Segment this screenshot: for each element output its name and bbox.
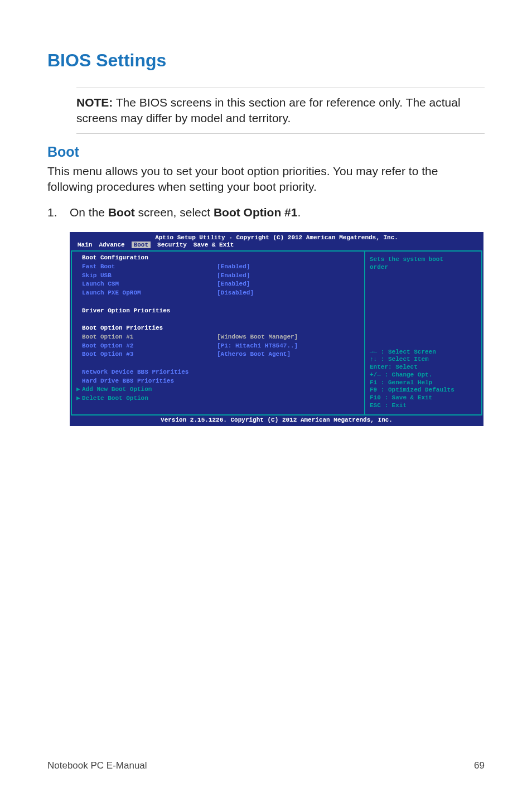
label-delete-boot-option: Delete Boot Option xyxy=(82,395,148,403)
bios-right-pane: Sets the system boot order →← : Select S… xyxy=(365,252,482,414)
tab-save-exit[interactable]: Save & Exit xyxy=(194,241,234,248)
tab-security[interactable]: Security xyxy=(157,241,187,248)
label-skip-usb: Skip USB xyxy=(72,272,217,280)
footer-left: Notebook PC E-Manual xyxy=(47,760,147,771)
label-harddrive-bbs: Hard Drive BBS Priorities xyxy=(72,378,174,385)
row-launch-pxe[interactable]: Launch PXE OpROM [Disabled] xyxy=(72,289,364,298)
value-launch-csm: [Enabled] xyxy=(217,281,364,288)
key-optimized-defaults: F9 : Optimized Defaults xyxy=(370,386,477,394)
intro-text: This menu allows you to set your boot op… xyxy=(47,163,485,195)
key-save-exit: F10 : Save & Exit xyxy=(370,394,477,402)
value-fast-boot: [Enabled] xyxy=(217,263,364,271)
page-title: BIOS Settings xyxy=(47,50,485,71)
page-footer: Notebook PC E-Manual 69 xyxy=(47,760,485,771)
help-line-1: Sets the system boot xyxy=(370,256,477,264)
note-label: NOTE: xyxy=(76,96,113,109)
tab-main[interactable]: Main xyxy=(78,241,92,248)
row-boot-option-3[interactable]: Boot Option #3 [Atheros Boot Agent] xyxy=(72,350,364,359)
key-select-screen: →← : Select Screen xyxy=(370,349,477,356)
row-network-bbs[interactable]: Network Device BBS Priorities xyxy=(72,368,364,377)
value-boot-option-3: [Atheros Boot Agent] xyxy=(217,351,364,359)
label-boot-option-2: Boot Option #2 xyxy=(72,342,217,350)
step-1: 1. On the Boot screen, select Boot Optio… xyxy=(47,205,485,220)
heading-driver-priorities: Driver Option Priorities xyxy=(72,307,217,315)
bios-footer-bar: Version 2.15.1226. Copyright (C) 2012 Am… xyxy=(71,416,482,426)
tab-boot[interactable]: Boot xyxy=(132,241,151,248)
row-launch-csm[interactable]: Launch CSM [Enabled] xyxy=(72,280,364,289)
heading-boot-config: Boot Configuration xyxy=(72,254,217,262)
value-launch-pxe: [Disabled] xyxy=(217,289,364,297)
step-bold-1: Boot xyxy=(108,206,135,219)
bios-title-bar: Aptio Setup Utility - Copyright (C) 2012… xyxy=(71,233,482,242)
bios-left-pane: Boot Configuration Fast Boot [Enabled] S… xyxy=(71,252,365,414)
step-pre: On the xyxy=(70,206,108,219)
value-boot-option-2: [P1: Hitachi HTS547..] xyxy=(217,342,364,350)
triangle-icon: ▶ xyxy=(76,395,81,403)
row-fast-boot[interactable]: Fast Boot [Enabled] xyxy=(72,263,364,272)
help-line-2: order xyxy=(370,264,477,272)
bios-screenshot: Aptio Setup Utility - Copyright (C) 2012… xyxy=(70,232,483,427)
triangle-icon: ▶ xyxy=(76,386,81,394)
label-launch-csm: Launch CSM xyxy=(72,281,217,288)
value-skip-usb: [Enabled] xyxy=(217,272,364,280)
section-title: Boot xyxy=(47,144,485,160)
step-text: On the Boot screen, select Boot Option #… xyxy=(70,205,485,220)
key-enter: Enter: Select xyxy=(370,364,477,371)
key-select-item: ↑↓ : Select Item xyxy=(370,356,477,364)
label-fast-boot: Fast Boot xyxy=(72,263,217,271)
step-post: . xyxy=(297,206,301,219)
key-legend: →← : Select Screen ↑↓ : Select Item Ente… xyxy=(370,349,477,410)
note-text: The BIOS screens in this section are for… xyxy=(76,96,461,124)
key-exit: ESC : Exit xyxy=(370,402,477,410)
note-block: NOTE: The BIOS screens in this section a… xyxy=(76,88,485,134)
label-boot-option-1: Boot Option #1 xyxy=(72,334,217,341)
row-delete-boot-option[interactable]: ▶Delete Boot Option xyxy=(72,394,364,403)
step-mid: screen, select xyxy=(135,206,214,219)
row-harddrive-bbs[interactable]: Hard Drive BBS Priorities xyxy=(72,377,364,386)
label-boot-option-3: Boot Option #3 xyxy=(72,351,217,359)
step-number: 1. xyxy=(47,205,70,220)
heading-boot-priorities: Boot Option Priorities xyxy=(72,325,217,332)
step-bold-2: Boot Option #1 xyxy=(214,206,298,219)
key-change-opt: +/— : Change Opt. xyxy=(370,371,477,379)
label-add-boot-option: Add New Boot Option xyxy=(82,386,152,394)
label-launch-pxe: Launch PXE OpROM xyxy=(72,289,217,297)
label-network-bbs: Network Device BBS Priorities xyxy=(72,369,188,376)
tab-advance[interactable]: Advance xyxy=(99,241,124,248)
row-skip-usb[interactable]: Skip USB [Enabled] xyxy=(72,272,364,281)
row-boot-option-1[interactable]: Boot Option #1 [Windows Boot Manager] xyxy=(72,333,364,342)
key-general-help: F1 : General Help xyxy=(370,379,477,387)
row-boot-option-2[interactable]: Boot Option #2 [P1: Hitachi HTS547..] xyxy=(72,342,364,351)
value-boot-option-1: [Windows Boot Manager] xyxy=(217,334,364,341)
bios-tab-row: MainAdvanceBootSecuritySave & Exit xyxy=(71,241,482,250)
row-add-boot-option[interactable]: ▶Add New Boot Option xyxy=(72,385,364,394)
footer-right: 69 xyxy=(474,760,485,771)
